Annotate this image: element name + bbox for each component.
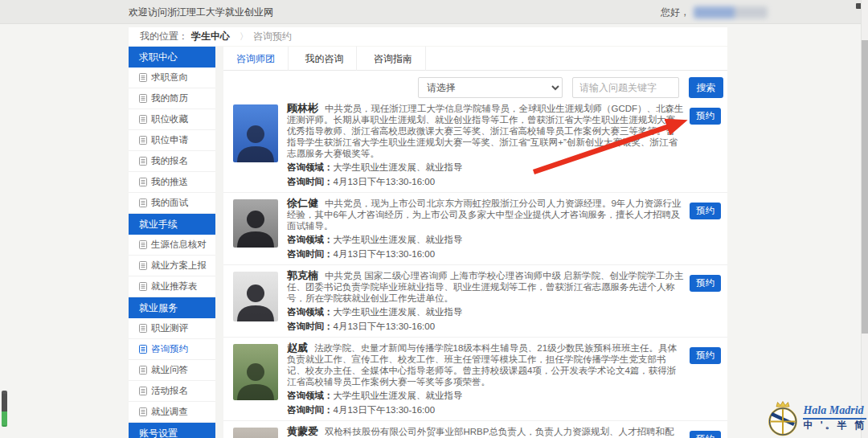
watermark-texts: Hala Madrid 中 '。半 简 [803,404,866,432]
field-value: 大学生职业生涯发展、就业指导 [334,391,463,400]
counselor-info: 赵威法政学院、史量才新闻与传播学院18级本科生辅导员、21级少数民族预科班班主任… [287,342,684,416]
sidebar-item[interactable]: 我的面试 [129,193,215,214]
sidebar-section: 就业服务 职业测评 咨询预约 就业问答 活动报名 就业调查 [129,297,215,423]
sidebar-item-label: 就业方案上报 [151,256,207,276]
counselor-name: 赵威 [287,342,308,354]
sidebar-section-items: 求职意向 我的简历 职位收藏 职位申请 我的报名 我的推送 我的 [129,68,215,214]
document-icon [139,115,147,124]
counselor-field: 咨询领域：大学生职业生涯发展、就业指导 [287,162,684,174]
sidebar-item-label: 咨询预约 [151,339,188,359]
sidebar-item-label: 活动报名 [151,381,188,401]
counselor-time: 咨询时间：4月13日下午13:30-16:00 [287,248,684,260]
watermark-subtitle: 中 '。半 简 [803,420,866,432]
sidebar-item-label: 职业测评 [151,318,188,338]
sidebar-item[interactable]: 求职意向 [129,68,215,88]
counselor-field: 咨询领域：大学生职业生涯发展、就业指导 [287,390,684,402]
sidebar-section: 账号设置 [129,423,215,438]
sidebar-item[interactable]: 咨询预约 [129,339,215,360]
counselor-desc-block: 黄蒙爱双枪科技股份有限公司外贸事业部HRBP总负责人，负责人力资源规划、人才招聘… [287,426,684,438]
sidebar: 求职中心 求职意向 我的简历 职位收藏 职位申请 我的报名 我 [129,47,215,438]
crest-icon [766,399,800,436]
sidebar-item[interactable]: 我的简历 [129,88,215,109]
sidebar-item-label: 我的简历 [151,88,188,108]
sidebar-section-header[interactable]: 就业服务 [129,297,215,318]
sidebar-item[interactable]: 我的推送 [129,172,215,193]
category-select[interactable]: 请选择 [418,77,563,98]
sidebar-item[interactable]: 生源信息核对 [129,235,215,256]
username-redacted[interactable] [694,6,768,18]
book-button[interactable]: 预约 [690,108,721,125]
document-icon [139,366,147,375]
document-icon [139,157,147,166]
counselor-desc-block: 赵威法政学院、史量才新闻与传播学院18级本科生辅导员、21级少数民族预科班班主任… [287,342,684,387]
battery-indicator [2,391,7,427]
field-value: 大学生职业生涯发展、就业指导 [334,307,463,317]
tab[interactable]: 咨询师团 [223,47,289,71]
counselor-desc: 双枪科技股份有限公司外贸事业部HRBP总负责人，负责人力资源规划、人才招聘和配置… [287,427,676,438]
sidebar-item-label: 就业问答 [151,360,188,380]
sidebar-item[interactable]: 我的报名 [129,151,215,172]
sidebar-item[interactable]: 职位申请 [129,130,215,151]
document-icon [139,73,147,82]
counselor-name: 黄蒙爱 [287,425,318,437]
counselor-photo [233,199,278,248]
scrollbar[interactable] [861,0,868,438]
sidebar-item[interactable]: 活动报名 [129,381,215,402]
time-value: 4月13日下午13:30-16:00 [334,249,436,259]
time-value: 4月13日下午13:30-16:00 [334,405,436,415]
document-icon [139,324,147,333]
breadcrumb-parent[interactable]: 学生中心 [191,31,230,42]
document-icon [139,345,147,354]
sidebar-item-label: 我的报名 [151,151,188,171]
sidebar-section: 求职中心 求职意向 我的简历 职位收藏 职位申请 我的报名 我 [129,47,215,214]
sidebar-item[interactable]: 就业推荐表 [129,276,215,297]
book-button[interactable]: 预约 [690,275,721,292]
book-button[interactable]: 预约 [690,431,721,438]
breadcrumb: 我的位置：学生中心〉咨询预约 [129,27,727,46]
counselor-photo [233,104,278,162]
counselor-info: 徐仁健中共党员，现为上市公司北京东方雨虹控股浙江分公司人力资源经理。9年人力资源… [287,198,684,260]
counselor-desc: 法政学院、史量才新闻与传播学院18级本科生辅导员、21级少数民族预科班班主任。具… [287,343,677,387]
breadcrumb-separator-icon: 〉 [240,31,248,41]
time-label: 咨询时间： [287,405,334,415]
counselor-info: 郭克楠中共党员 国家二级心理咨询师 上海市学校心理咨询师中级 启新学院、创业学院… [287,270,684,333]
book-button[interactable]: 预约 [690,347,721,364]
book-button[interactable]: 预约 [690,203,721,219]
welcome-text: 欢迎访问浙江理工大学就业创业网 [129,0,273,24]
greeting-text: 您好， [661,0,690,24]
breadcrumb-prefix: 我的位置： [140,31,188,42]
counselor-desc: 中共党员，现为上市公司北京东方雨虹控股浙江分公司人力资源经理。9年人力资源行业经… [287,199,681,231]
scrollbar-thumb[interactable] [862,40,868,334]
sidebar-item[interactable]: 就业问答 [129,360,215,381]
search-button[interactable]: 搜索 [689,77,723,98]
counselor-info: 顾林彬中共党员，现任浙江理工大学信息学院辅导员，全球职业生涯规划师（GCDF）、… [287,103,684,188]
keyword-input[interactable] [572,77,679,98]
document-icon [139,199,147,207]
sidebar-item[interactable]: 职位收藏 [129,109,215,130]
sidebar-item[interactable]: 就业方案上报 [129,256,215,276]
sidebar-section-header[interactable]: 就业手续 [129,214,215,235]
tab[interactable]: 我的咨询 [292,47,357,71]
main-panel: 咨询师团 我的咨询 咨询指南 请选择 搜索 顾林彬中共党员，现任浙江理工大学信息… [223,47,727,438]
counselor-desc: 中共党员，现任浙江理工大学信息学院辅导员，全球职业生涯规划师（GCDF）、北森生… [287,104,684,158]
counselor-time: 咨询时间：4月13日下午13:30-16:00 [287,404,684,416]
counselor-desc: 中共党员 国家二级心理咨询师 上海市学校心理咨询师中级 启新学院、创业学院学工办… [287,271,684,303]
counselor-desc-block: 郭克楠中共党员 国家二级心理咨询师 上海市学校心理咨询师中级 启新学院、创业学院… [287,270,684,304]
time-label: 咨询时间： [287,249,334,259]
counselor-time: 咨询时间：4月13日下午13:30-16:00 [287,176,684,188]
tab[interactable]: 咨询指南 [361,47,426,71]
sidebar-section-header[interactable]: 账号设置 [129,423,215,438]
counselor-row: 郭克楠中共党员 国家二级心理咨询师 上海市学校心理咨询师中级 启新学院、创业学院… [223,264,727,337]
counselor-field: 咨询领域：大学生职业生涯发展、就业指导 [287,306,684,318]
sidebar-item[interactable]: 就业调查 [129,402,215,423]
sidebar-item[interactable]: 职业测评 [129,318,215,339]
field-value: 大学生职业生涯发展、就业指导 [334,162,463,172]
document-icon [139,240,147,249]
sidebar-item-label: 就业推荐表 [151,276,198,297]
filter-bar: 请选择 搜索 [223,77,727,98]
field-label: 咨询领域： [287,162,334,172]
sidebar-item-label: 我的面试 [151,193,188,213]
counselor-row: 顾林彬中共党员，现任浙江理工大学信息学院辅导员，全球职业生涯规划师（GCDF）、… [223,98,727,192]
sidebar-item-label: 我的推送 [151,172,188,192]
sidebar-section-header[interactable]: 求职中心 [129,47,215,68]
